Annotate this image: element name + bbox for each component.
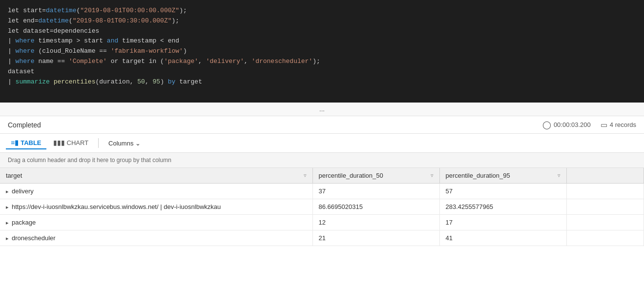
chart-view-button[interactable]: ▮▮▮ CHART xyxy=(48,137,94,149)
table-header-row: target ▿ percentile_duration_50 ▿ percen… xyxy=(0,168,644,184)
table-icon: ≡▮ xyxy=(11,139,19,146)
filter-icon-p95[interactable]: ▿ xyxy=(558,172,561,179)
time-meta: ◯ 00:00:03.200 xyxy=(542,120,591,129)
col-header-p50[interactable]: percentile_duration_50 ▿ xyxy=(312,168,439,184)
toolbar-separator xyxy=(98,138,99,148)
table-row: ▸package1217 xyxy=(0,215,644,230)
cell-target: ▸package xyxy=(0,215,312,230)
cell-p95: 17 xyxy=(439,215,566,230)
results-meta: ◯ 00:00:03.200 ▭ 4 records xyxy=(542,120,636,129)
cell-target: ▸delivery xyxy=(0,184,312,199)
cell-extra xyxy=(566,230,644,246)
cell-p95: 41 xyxy=(439,230,566,246)
filter-icon-p50[interactable]: ▿ xyxy=(431,172,434,179)
code-editor[interactable]: let start=datetime("2019-08-01T00:00:00.… xyxy=(0,0,644,103)
cell-target: ▸https://dev-i-iuosnlbwkzkau.servicebus.… xyxy=(0,199,312,215)
cell-p95: 283.4255577965 xyxy=(439,199,566,215)
col-header-target[interactable]: target ▿ xyxy=(0,168,312,184)
results-table: target ▿ percentile_duration_50 ▿ percen… xyxy=(0,168,644,246)
expand-icon[interactable]: ▸ xyxy=(6,188,9,194)
cell-target: ▸dronescheduler xyxy=(0,230,312,246)
clock-icon: ◯ xyxy=(542,120,551,129)
time-value: 00:00:03.200 xyxy=(554,121,591,128)
cell-extra xyxy=(566,215,644,230)
table-view-button[interactable]: ≡▮ TABLE xyxy=(6,137,46,149)
col-header-p95[interactable]: percentile_duration_95 ▿ xyxy=(439,168,566,184)
status-label: Completed xyxy=(8,121,41,129)
cell-p95: 57 xyxy=(439,184,566,199)
records-icon: ▭ xyxy=(601,121,607,129)
expand-icon[interactable]: ▸ xyxy=(6,235,9,241)
results-bar: Completed ◯ 00:00:03.200 ▭ 4 records xyxy=(0,116,644,134)
expand-icon[interactable]: ▸ xyxy=(6,220,9,226)
drag-hint: Drag a column header and drop it here to… xyxy=(0,153,644,168)
columns-button[interactable]: Columns ⌄ xyxy=(104,138,145,149)
chart-icon: ▮▮▮ xyxy=(53,139,65,146)
cell-extra xyxy=(566,184,644,199)
filter-icon-target[interactable]: ▿ xyxy=(304,172,307,179)
col-header-extra xyxy=(566,168,644,184)
data-table-container: target ▿ percentile_duration_50 ▿ percen… xyxy=(0,168,644,246)
ellipsis-separator: ... xyxy=(0,103,644,116)
expand-icon[interactable]: ▸ xyxy=(6,204,9,210)
cell-p50: 37 xyxy=(312,184,439,199)
table-row: ▸delivery3757 xyxy=(0,184,644,199)
records-value: 4 records xyxy=(610,121,636,128)
table-row: ▸dronescheduler2141 xyxy=(0,230,644,246)
cell-p50: 21 xyxy=(312,230,439,246)
cell-p50: 86.6695020315 xyxy=(312,199,439,215)
cell-p50: 12 xyxy=(312,215,439,230)
view-toolbar: ≡▮ TABLE ▮▮▮ CHART Columns ⌄ xyxy=(0,134,644,153)
chevron-down-icon: ⌄ xyxy=(135,140,141,147)
cell-extra xyxy=(566,199,644,215)
table-row: ▸https://dev-i-iuosnlbwkzkau.servicebus.… xyxy=(0,199,644,215)
records-meta: ▭ 4 records xyxy=(601,121,636,129)
